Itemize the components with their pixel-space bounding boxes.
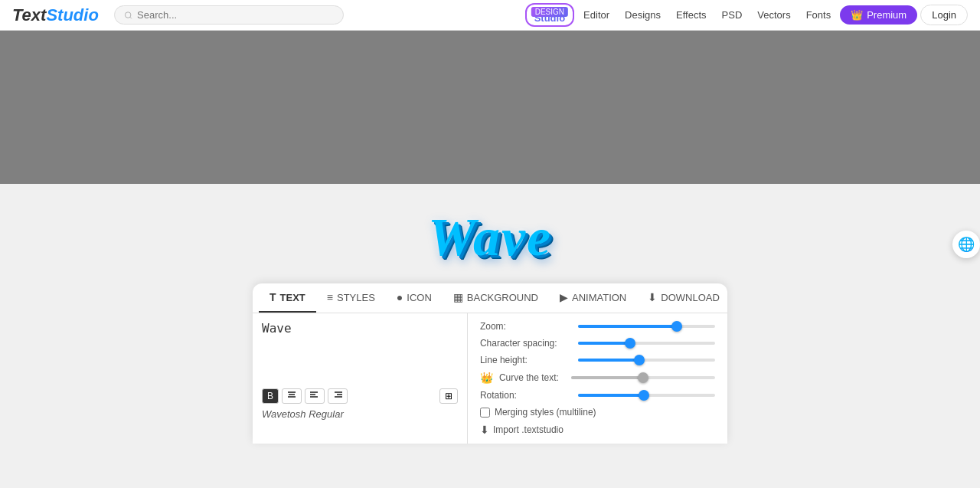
curve-control: 👑 Curve the text: <box>480 372 715 384</box>
nav-fonts[interactable]: Fonts <box>800 6 838 24</box>
merging-checkbox[interactable] <box>480 408 490 418</box>
char-spacing-slider[interactable] <box>578 342 715 345</box>
right-align-button[interactable] <box>328 388 348 404</box>
logo[interactable]: TextStudio <box>12 5 99 25</box>
wave-text-preview[interactable]: Wave <box>428 207 552 268</box>
nav-links: DESIGN Studio Editor Designs Effects PSD… <box>525 3 968 27</box>
zoom-slider[interactable] <box>578 325 715 328</box>
curve-label: Curve the text: <box>499 372 559 383</box>
bold-button[interactable]: B <box>262 388 279 404</box>
tab-anim-icon: ▶ <box>560 291 568 303</box>
tab-bg-icon: ▦ <box>453 291 463 303</box>
svg-rect-2 <box>288 391 296 393</box>
tab-icon-label: ICON <box>407 292 432 303</box>
tab-bg-label: BACKGROUND <box>467 292 538 303</box>
svg-rect-5 <box>310 391 318 393</box>
center-align-icon <box>287 391 296 399</box>
logo-studio-part: Studio <box>46 5 98 25</box>
svg-rect-4 <box>288 396 296 398</box>
search-icon <box>124 11 132 20</box>
controls-area: Zoom: Character spacing: <box>468 313 727 444</box>
zoom-control: Zoom: <box>480 321 715 332</box>
nav-effects[interactable]: Effects <box>670 6 713 24</box>
svg-line-1 <box>130 17 132 18</box>
svg-rect-7 <box>310 396 318 398</box>
svg-rect-9 <box>337 394 342 395</box>
tab-text[interactable]: T TEXT <box>259 283 316 313</box>
bottom-panel: T TEXT ≡ STYLES ● ICON ▦ BACKGROUND ▶ AN… <box>253 283 727 444</box>
line-height-label: Line height: <box>480 355 572 365</box>
canvas-area <box>0 31 980 184</box>
tab-dl-icon: ⬇ <box>648 291 657 303</box>
premium-button[interactable]: 👑 Premium <box>840 5 917 25</box>
center-button[interactable] <box>282 388 302 404</box>
tabs: T TEXT ≡ STYLES ● ICON ▦ BACKGROUND ▶ AN… <box>253 283 727 313</box>
import-row[interactable]: ⬇ Import .textstudio <box>480 424 715 436</box>
nav-designs[interactable]: Designs <box>619 6 667 24</box>
login-button[interactable]: Login <box>920 5 968 25</box>
tab-icon[interactable]: ● ICON <box>386 283 443 313</box>
zoom-label: Zoom: <box>480 321 572 332</box>
curve-slider[interactable] <box>571 376 715 379</box>
search-input[interactable] <box>137 9 334 21</box>
left-align-button[interactable] <box>305 388 325 404</box>
font-name: Wavetosh Regular <box>262 408 458 420</box>
text-input[interactable]: Wave <box>262 321 458 382</box>
tab-anim-label: ANIMATION <box>572 292 626 303</box>
left-align-icon <box>310 391 319 399</box>
tab-background[interactable]: ▦ BACKGROUND <box>443 283 549 313</box>
import-label: Import .textstudio <box>493 424 564 435</box>
logo-text-part: Text <box>12 5 46 25</box>
tab-dl-label: DOWNLOAD <box>661 292 720 303</box>
rotation-slider[interactable] <box>578 394 715 397</box>
tab-text-label: TEXT <box>280 292 305 303</box>
premium-icon: 👑 <box>851 9 863 21</box>
tab-icon-icon: ● <box>397 291 403 303</box>
merging-row: Merging styles (multiline) <box>480 407 715 418</box>
line-height-control: Line height: <box>480 355 715 365</box>
format-bar: B <box>262 388 458 404</box>
nav-psd[interactable]: PSD <box>716 6 749 24</box>
merging-label: Merging styles (multiline) <box>495 407 596 418</box>
rotation-label: Rotation: <box>480 390 572 401</box>
feedback-icon: 🌐 <box>958 236 975 253</box>
studio-button[interactable]: DESIGN Studio <box>525 3 574 27</box>
design-badge: DESIGN <box>531 7 568 17</box>
premium-label: Premium <box>867 9 906 21</box>
nav-editor[interactable]: Editor <box>577 6 616 24</box>
tab-download[interactable]: ⬇ DOWNLOAD <box>637 283 730 313</box>
character-spacing-control: Character spacing: <box>480 338 715 349</box>
tab-styles-icon: ≡ <box>327 291 333 303</box>
tab-animation[interactable]: ▶ ANIMATION <box>549 283 637 313</box>
navbar: TextStudio DESIGN Studio Editor Designs … <box>0 0 980 31</box>
curve-crown-icon: 👑 <box>480 372 493 384</box>
tab-text-icon: T <box>270 291 276 303</box>
panel-content: Wave B <box>253 313 727 444</box>
svg-rect-8 <box>335 391 342 393</box>
svg-rect-6 <box>310 394 315 395</box>
svg-rect-3 <box>289 394 295 395</box>
rotation-control: Rotation: <box>480 390 715 401</box>
svg-rect-10 <box>335 396 342 398</box>
line-height-slider[interactable] <box>578 359 715 362</box>
right-align-icon <box>333 391 342 399</box>
tab-styles-label: STYLES <box>337 292 375 303</box>
char-spacing-label: Character spacing: <box>480 338 572 349</box>
feedback-button[interactable]: 🌐 <box>952 231 980 258</box>
text-input-area: Wave B <box>253 313 468 444</box>
tab-styles[interactable]: ≡ STYLES <box>316 283 386 313</box>
nav-vectors[interactable]: Vectors <box>751 6 796 24</box>
svg-point-0 <box>125 11 131 18</box>
search-bar[interactable] <box>114 5 344 25</box>
grid-button[interactable]: ⊞ <box>439 388 458 404</box>
editor-area: Wave 🌐 T TEXT ≡ STYLES ● ICON ▦ BACKGROU… <box>0 184 980 488</box>
import-icon: ⬇ <box>480 424 489 436</box>
